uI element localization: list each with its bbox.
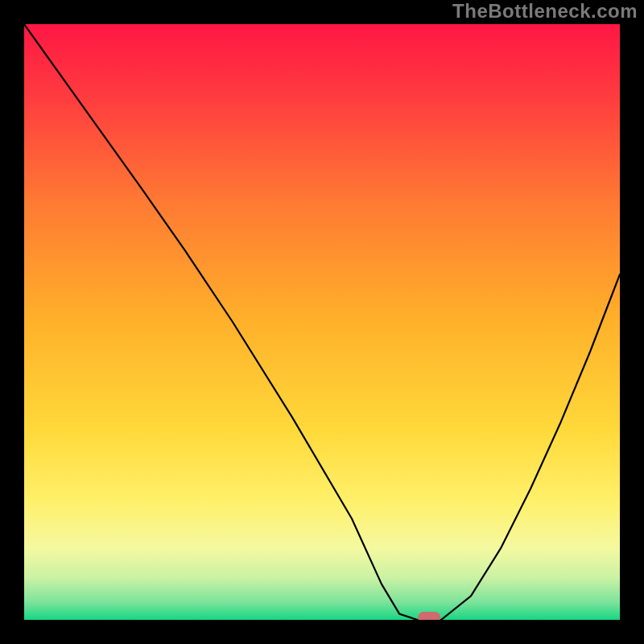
gradient-background bbox=[24, 24, 620, 620]
chart-svg bbox=[24, 24, 620, 620]
watermark-text: TheBottleneck.com bbox=[452, 0, 638, 23]
plot-area bbox=[24, 24, 620, 620]
chart-frame: TheBottleneck.com bbox=[0, 0, 644, 644]
optimal-marker bbox=[418, 612, 440, 620]
